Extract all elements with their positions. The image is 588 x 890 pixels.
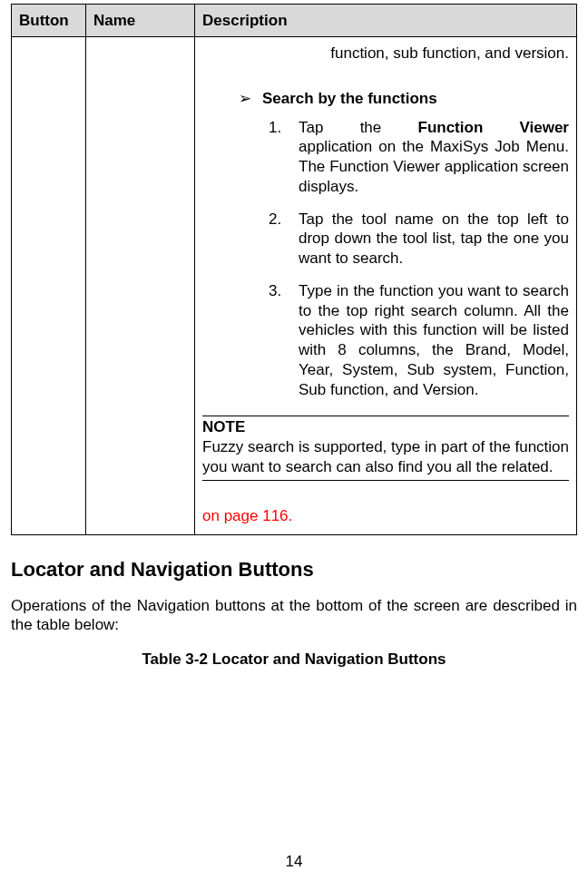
col-header-name: Name: [86, 5, 195, 37]
note-title: NOTE: [202, 417, 569, 437]
desc-lead-fragment: function, sub function, and version.: [202, 44, 569, 64]
table-caption: Table 3-2 Locator and Navigation Buttons: [11, 650, 577, 670]
steps-list: Tap the Function Viewer application on t…: [262, 118, 569, 400]
section-heading: Locator and Navigation Buttons: [11, 557, 577, 582]
step-2: Tap the tool name on the top left to dro…: [286, 210, 569, 269]
step1-bold: Function Viewer: [418, 119, 570, 136]
note-body: Fuzzy search is supported, type in part …: [202, 438, 569, 475]
cell-desc: function, sub function, and version. ➢ S…: [195, 36, 577, 535]
caret-right-icon: ➢: [239, 89, 251, 109]
step1-pre: Tap the: [299, 119, 418, 136]
subhead-row: ➢ Search by the functions: [239, 89, 569, 109]
table-row: function, sub function, and version. ➢ S…: [12, 36, 577, 535]
step-3: Type in the function you want to search …: [286, 281, 569, 400]
page-ref-link[interactable]: on page 116.: [202, 506, 569, 526]
subhead-text: Search by the functions: [262, 89, 437, 109]
step1-post: application on the MaxiSys Job Menu. The…: [299, 138, 569, 195]
page-number: 14: [0, 852, 588, 872]
step-1: Tap the Function Viewer application on t…: [286, 118, 569, 197]
col-header-button: Button: [12, 5, 86, 37]
col-header-desc: Description: [195, 5, 577, 37]
spec-table: Button Name Description function, sub fu…: [11, 4, 577, 535]
section-paragraph: Operations of the Navigation buttons at …: [11, 596, 577, 636]
cell-button: [12, 36, 86, 535]
cell-name: [86, 36, 195, 535]
note-block: NOTE Fuzzy search is supported, type in …: [202, 416, 569, 480]
